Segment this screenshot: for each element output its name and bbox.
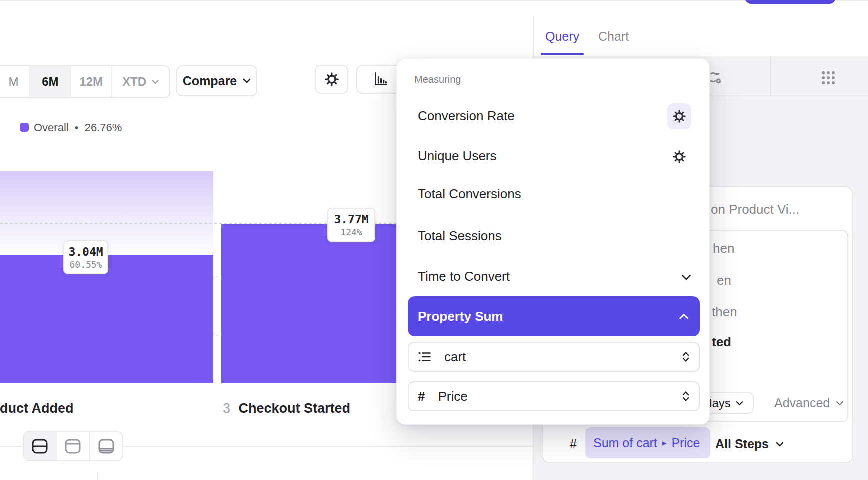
- property-field-selector[interactable]: # Price: [408, 382, 700, 412]
- measuring-dropdown: Measuring Conversion Rate Unique Users: [396, 58, 710, 425]
- active-tab-underline: [541, 53, 584, 56]
- hash-icon: #: [570, 437, 577, 452]
- date-range-segmented-control: M 6M 12M XTD: [0, 66, 170, 98]
- chevron-down-icon: [736, 401, 744, 406]
- legend-series: Overall: [34, 122, 69, 134]
- dots-grid-icon: [820, 70, 837, 86]
- menu-item-unique-users[interactable]: Unique Users: [418, 148, 497, 164]
- measure-chip[interactable]: Sum of cart ▸ Price: [586, 428, 710, 458]
- legend-swatch: [20, 123, 29, 132]
- chevron-up-icon: [679, 314, 689, 320]
- breakdown-view-button[interactable]: [820, 70, 837, 86]
- layout-split-button[interactable]: [24, 432, 57, 460]
- chevron-down-icon: [243, 78, 251, 84]
- step-row-fragment: hen: [713, 241, 734, 256]
- app-window: M 6M 12M XTD Compare: [0, 0, 868, 480]
- property-sum-label: Property Sum: [418, 309, 504, 324]
- chevron-down-icon: [152, 80, 160, 84]
- menu-item-total-conversions[interactable]: Total Conversions: [418, 186, 522, 202]
- measure-chip-event: Sum of cart: [594, 436, 658, 450]
- topbar-divider: [0, 0, 868, 1]
- bar-rate: 124%: [340, 227, 362, 238]
- dropdown-title: Measuring: [414, 74, 461, 86]
- hash-icon: #: [418, 389, 425, 404]
- property-event-selector[interactable]: cart: [408, 342, 700, 372]
- caret-right-icon: ▸: [662, 438, 667, 448]
- layout-split-icon: [32, 438, 48, 454]
- stepper-icon: [682, 390, 690, 402]
- compare-label: Compare: [183, 74, 237, 88]
- step-label-checkout-started: 3 Checkout Started: [223, 401, 350, 416]
- bar-value: 3.77M: [334, 213, 368, 226]
- compare-button[interactable]: Compare: [176, 66, 258, 96]
- layout-switcher: [23, 431, 124, 462]
- chevron-down-icon: [776, 442, 784, 447]
- range-3m-button[interactable]: M: [0, 66, 30, 98]
- unique-users-settings-button[interactable]: [668, 144, 692, 170]
- menu-item-total-sessions[interactable]: Total Sessions: [418, 228, 502, 244]
- chevron-down-icon[interactable]: [682, 274, 692, 281]
- layout-bottom-icon: [98, 438, 115, 454]
- step-header-fragment: on Product Vi...: [711, 202, 800, 218]
- tab-query[interactable]: Query: [546, 30, 580, 44]
- gear-icon: [673, 150, 686, 164]
- advanced-menu[interactable]: Advanced: [774, 396, 844, 410]
- table-column-divider: [98, 472, 98, 480]
- step-label-product-added: duct Added: [0, 401, 74, 416]
- chart-settings-button[interactable]: [315, 65, 348, 94]
- bar-value-tooltip: 3.77M 124%: [328, 208, 376, 242]
- legend-label: Overall • 26.76%: [34, 122, 122, 134]
- range-6m-button[interactable]: 6M: [30, 66, 71, 98]
- menu-item-time-to-convert[interactable]: Time to Convert: [418, 269, 510, 284]
- layout-top-button[interactable]: [57, 432, 90, 460]
- legend-value: 26.76%: [85, 122, 122, 134]
- step-name: Checkout Started: [238, 401, 350, 416]
- steps-scope-label: All Steps: [716, 437, 769, 452]
- legend-separator: •: [75, 122, 79, 134]
- gear-icon: [673, 110, 686, 123]
- list-icon: [418, 351, 432, 363]
- bar-value: 3.04M: [68, 246, 103, 258]
- property-event-label: cart: [444, 350, 466, 365]
- step-index: 3: [223, 401, 230, 416]
- layout-bottom-button[interactable]: [90, 432, 122, 460]
- steps-scope-menu[interactable]: All Steps: [716, 437, 784, 452]
- toolbar-divider: [770, 56, 772, 96]
- step-row-fragment: en: [717, 273, 732, 288]
- primary-action-button[interactable]: [745, 0, 836, 4]
- bar-value-tooltip: 3.04M 60.55%: [64, 240, 108, 274]
- layout-top-icon: [64, 438, 82, 454]
- menu-item-property-sum-selected[interactable]: Property Sum: [408, 296, 700, 336]
- histogram-icon: [374, 72, 388, 87]
- funnel-bar-step2-converted[interactable]: [0, 255, 214, 384]
- range-12m-button[interactable]: 12M: [71, 66, 112, 98]
- chevron-down-icon: [836, 401, 844, 406]
- menu-item-conversion-rate[interactable]: Conversion Rate: [418, 108, 515, 124]
- advanced-label: Advanced: [774, 396, 830, 410]
- range-xtd-button[interactable]: XTD: [112, 66, 170, 98]
- property-field-label: Price: [438, 389, 468, 404]
- step-row-fragment: then: [712, 304, 738, 320]
- measure-chip-property: Price: [672, 436, 700, 450]
- bar-rate: 60.55%: [70, 260, 102, 270]
- conversion-window-label: lays: [710, 396, 731, 410]
- stepper-icon: [682, 351, 690, 363]
- step-row-fragment-selected: ted: [712, 334, 732, 350]
- conversion-rate-settings-button[interactable]: [668, 104, 692, 130]
- range-xtd-label: XTD: [122, 75, 146, 89]
- tab-chart[interactable]: Chart: [598, 30, 629, 44]
- gear-icon: [325, 72, 339, 86]
